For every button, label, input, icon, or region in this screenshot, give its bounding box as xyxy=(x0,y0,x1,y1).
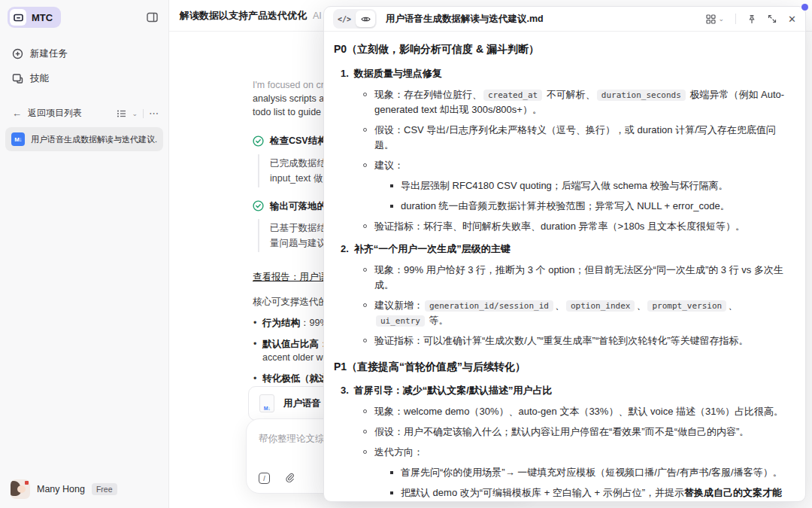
list-view-icon[interactable] xyxy=(117,109,126,118)
check-circle-icon xyxy=(253,135,264,147)
pin-icon xyxy=(747,14,756,24)
doc-bullet-item: 假设：用户不确定该输入什么；默认内容让用户停留在“看效果”而不是“做自己的内容”… xyxy=(363,424,789,440)
doc-bullet-item: 建议： xyxy=(363,158,789,173)
eye-icon xyxy=(361,15,371,23)
inline-code: option_index xyxy=(566,300,635,312)
apps-menu-button[interactable]: ⌄ xyxy=(706,14,725,24)
doc-bullet-item: 现象：welcome demo（30%）、auto-gen 文本（33%）、默认… xyxy=(363,404,789,419)
doc-section-heading: P0（立刻做，影响分析可信度 & 漏斗判断） xyxy=(334,41,789,58)
divider xyxy=(143,109,144,118)
doc-bullet-item: 假设：CSV 导出/日志序列化未严格转义（逗号、换行），或 duration 计… xyxy=(363,123,789,153)
check-circle-icon xyxy=(253,200,264,211)
doc-sub-bullet-item: 导出层强制 RFC4180 CSV quoting；后端写入做 schema 校… xyxy=(390,178,789,193)
more-options-icon[interactable]: ⋯ xyxy=(149,108,159,119)
inline-code: ui_entry xyxy=(376,315,425,327)
chat-title: 解读数据以支持产品迭代优化 xyxy=(180,9,307,23)
grid-icon xyxy=(706,14,716,24)
notification-dot xyxy=(801,4,808,11)
document-body: P0（立刻做，影响分析可信度 & 漏斗判断）1.数据质量与埋点修复现象：存在列错… xyxy=(324,32,805,502)
square-bullet-marker xyxy=(390,471,393,474)
square-bullet-marker xyxy=(390,184,393,187)
doc-numbered-item: 1.数据质量与埋点修复 xyxy=(341,66,789,81)
app-logo-icon xyxy=(10,9,26,26)
inline-code: duration_seconds xyxy=(597,90,686,101)
app-logo-label: MTC xyxy=(32,12,53,23)
circle-bullet-marker xyxy=(363,224,367,228)
doc-sub-bullet-item: duration 统一由音频元数据计算并校验范围；异常写入 NULL + err… xyxy=(390,199,789,214)
markdown-file-icon: M↓ xyxy=(11,132,25,146)
app-logo[interactable]: MTC xyxy=(8,7,61,28)
circle-bullet-marker xyxy=(363,303,367,307)
document-title: 用户语音生成数据解读与迭代建议.md xyxy=(386,13,706,26)
sidebar-nav: 新建任务 技能 xyxy=(0,42,168,90)
doc-bullet-item: 现象：存在列错位脏行、created_at 不可解析、duration_seco… xyxy=(363,87,789,117)
sidebar-item-new-task[interactable]: 新建任务 xyxy=(6,42,162,65)
doc-numbered-item: 2.补齐“一个用户一次生成”层级的主键 xyxy=(341,242,789,257)
file-name: 用户语音生成数据解读与迭代建议.md xyxy=(31,134,157,145)
back-to-projects-link[interactable]: 返回项目列表 xyxy=(28,107,111,120)
doc-section-heading: P1（直接提高“首轮价值感”与后续转化） xyxy=(334,359,789,376)
inline-code: prompt_version xyxy=(647,300,726,312)
sidebar-item-label: 技能 xyxy=(30,72,49,85)
square-bullet-marker xyxy=(390,205,393,208)
sidebar-back-row: ← 返回项目列表 ⌄ ⋯ xyxy=(6,102,162,124)
doc-bullet-item: 验证指标：可以准确计算“生成次数/人”“重复生成率”“首轮到次轮转化”等关键留存… xyxy=(363,333,789,348)
sidebar-file-item[interactable]: M↓ 用户语音生成数据解读与迭代建议.md xyxy=(5,127,163,151)
doc-sub-bullet-item: 首屏先问“你的使用场景”→ 一键填充对应模板（短视频口播/广告/有声书/客服/播… xyxy=(390,465,789,480)
user-account-row[interactable]: Many Hong Free xyxy=(0,470,168,508)
expand-icon xyxy=(768,14,777,23)
user-name: Many Hong xyxy=(37,484,85,494)
document-overlay: </> 用户语音生成数据解读与迭代建议.md ⌄ ✕ xyxy=(323,6,806,502)
circle-bullet-marker xyxy=(363,409,367,413)
inline-code: generation_id/session_id xyxy=(425,300,553,312)
back-arrow-icon[interactable]: ← xyxy=(12,108,22,119)
plan-badge: Free xyxy=(92,483,117,495)
skills-icon xyxy=(12,73,23,84)
close-button[interactable]: ✕ xyxy=(788,14,796,25)
pin-button[interactable] xyxy=(747,14,756,24)
circle-bullet-marker xyxy=(363,450,367,454)
doc-bullet-item: 验证指标：坏行率、时间解析失败率、duration 异常率（>180s 且文本长… xyxy=(363,219,789,234)
inline-code: created_at xyxy=(483,90,542,101)
circle-bullet-marker xyxy=(363,163,367,167)
doc-bullet-item: 现象：99% 用户恰好 3 行，推断为 3 个 option；但目前无法区分“同… xyxy=(363,263,789,293)
attach-file-icon[interactable] xyxy=(285,473,295,484)
chevron-down-icon: ⌄ xyxy=(719,15,725,23)
view-mode-toggle: </> xyxy=(333,9,377,29)
doc-bullet-item: 迭代方向： xyxy=(363,445,789,460)
circle-bullet-marker xyxy=(363,430,367,433)
doc-numbered-item: 3.首屏引导：减少“默认文案/默认描述”用户占比 xyxy=(341,383,789,398)
code-view-button[interactable]: </> xyxy=(335,11,354,27)
square-bullet-marker xyxy=(390,491,393,494)
slash-command-icon[interactable]: / xyxy=(259,473,270,484)
circle-bullet-marker xyxy=(363,128,367,132)
attachment-title: 用户语音 xyxy=(283,397,321,410)
circle-bullet-marker xyxy=(363,93,367,96)
doc-sub-bullet-item: 把默认 demo 改为“可编辑模板库 + 空白输入 + 示例占位”，并提示替换成… xyxy=(390,485,789,502)
preview-view-button[interactable] xyxy=(356,11,375,27)
sidebar-item-skills[interactable]: 技能 xyxy=(6,67,162,90)
new-task-icon xyxy=(12,48,23,59)
avatar xyxy=(11,479,30,499)
divider xyxy=(735,14,736,24)
markdown-page-icon xyxy=(259,394,274,412)
sidebar-toggle-icon[interactable] xyxy=(147,12,158,23)
expand-button[interactable] xyxy=(768,14,777,23)
chevron-down-icon[interactable]: ⌄ xyxy=(132,110,138,117)
sidebar-item-label: 新建任务 xyxy=(30,47,68,60)
circle-bullet-marker xyxy=(363,339,367,342)
document-header: </> 用户语音生成数据解读与迭代建议.md ⌄ ✕ xyxy=(324,7,805,32)
sidebar: MTC 新建任务 技能 ← 返回项目列表 ⌄ ⋯ M↓ 用户语音生成数据解读与迭… xyxy=(0,0,169,508)
doc-bullet-item: 建议新增：generation_id/session_id、option_ind… xyxy=(363,298,789,328)
circle-bullet-marker xyxy=(363,268,367,272)
